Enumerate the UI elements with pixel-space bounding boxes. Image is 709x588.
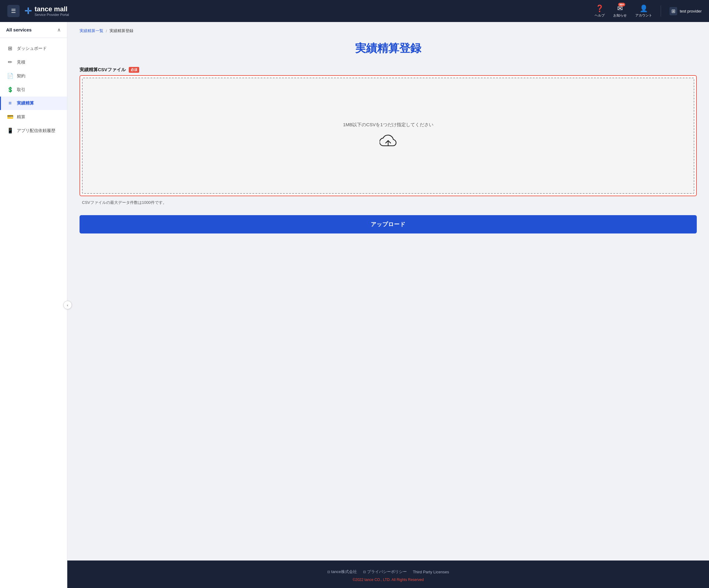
- breadcrumb-parent-link[interactable]: 実績精算一覧: [80, 28, 103, 34]
- breadcrumb: 実績精算一覧 / 実績精算登録: [80, 28, 697, 34]
- upload-dropzone[interactable]: 1MB以下のCSVを1つだけ指定してください: [82, 78, 694, 194]
- page-title: 実績精算登録: [80, 41, 697, 56]
- sidebar-title: All services: [6, 27, 31, 32]
- account-label: アカウント: [635, 13, 652, 18]
- notifications-label: お知らせ: [613, 13, 627, 18]
- upload-outer-border: 1MB以下のCSVを1つだけ指定してください: [80, 75, 697, 196]
- notifications-icon: ✉ 99+: [617, 5, 623, 12]
- footer: ⊡ tance株式会社 ⊡ プライバシーポリシー Third Party Lic…: [67, 560, 709, 588]
- required-badge: 必須: [129, 67, 139, 73]
- breadcrumb-separator: /: [106, 29, 107, 33]
- upload-cloud-icon: [379, 134, 397, 150]
- sidebar-nav: ⊞ ダッシュボード ✏ 見積 📄 契約 💲 取引 ≡ 実績精算 💳 精算: [0, 38, 67, 141]
- provider-info: ⊞ test provider: [669, 7, 702, 15]
- notifications-button[interactable]: ✉ 99+ お知らせ: [613, 5, 627, 18]
- transaction-icon: 💲: [7, 86, 13, 93]
- sidebar-collapse-button[interactable]: ∧: [57, 27, 61, 33]
- sidebar-item-app-delivery[interactable]: 📱 アプリ配信依頼履歴: [0, 124, 67, 138]
- dashboard-icon: ⊞: [7, 45, 13, 52]
- logo: ✛ tance mall Service Provider Portal: [24, 5, 69, 17]
- sidebar: All services ∧ ‹ ⊞ ダッシュボード ✏ 見積 📄 契約 💲 取…: [0, 22, 67, 588]
- footer-privacy-icon: ⊡: [363, 570, 366, 574]
- sidebar-item-contract[interactable]: 📄 契約: [0, 69, 67, 83]
- help-icon: ❓: [596, 5, 604, 12]
- provider-grid-icon: ⊞: [669, 7, 677, 15]
- upload-note: CSVファイルの最大データ件数は1000件です。: [80, 199, 697, 206]
- logo-icon: ✛: [24, 6, 31, 16]
- main-content: 実績精算一覧 / 実績精算登録 実績精算登録 実績精算CSVファイル 必須 1M…: [67, 22, 709, 588]
- sidebar-item-settlement[interactable]: 💳 精算: [0, 110, 67, 124]
- sidebar-item-dashboard-label: ダッシュボード: [17, 46, 47, 51]
- footer-copyright: ©2022 tance CO., LTD. All Rights Reserve…: [73, 578, 703, 582]
- footer-company-icon: ⊡: [327, 570, 330, 574]
- header: ☰ ✛ tance mall Service Provider Portal ❓…: [0, 0, 709, 22]
- contract-icon: 📄: [7, 73, 13, 79]
- sidebar-item-estimate-label: 見積: [17, 60, 25, 65]
- help-button[interactable]: ❓ ヘルプ: [595, 5, 605, 18]
- sidebar-item-transaction-label: 取引: [17, 87, 25, 92]
- upload-form-section: 実績精算CSVファイル 必須 1MB以下のCSVを1つだけ指定してください: [80, 67, 697, 206]
- notifications-badge: 99+: [618, 3, 625, 6]
- account-button[interactable]: 👤 アカウント: [635, 5, 652, 18]
- logo-subtitle: Service Provider Portal: [34, 13, 69, 17]
- field-label: 実績精算CSVファイル: [80, 67, 126, 73]
- sidebar-item-settlement-label: 精算: [17, 114, 25, 120]
- sidebar-item-contract-label: 契約: [17, 73, 25, 79]
- footer-company-label: tance株式会社: [331, 569, 357, 575]
- sidebar-item-app-delivery-label: アプリ配信依頼履歴: [17, 128, 55, 134]
- sidebar-item-performance[interactable]: ≡ 実績精算: [0, 96, 67, 110]
- sidebar-item-transaction[interactable]: 💲 取引: [0, 83, 67, 96]
- sidebar-item-estimate[interactable]: ✏ 見積: [0, 55, 67, 69]
- sidebar-toggle-button[interactable]: ‹: [63, 301, 72, 309]
- provider-name: test provider: [680, 9, 702, 13]
- cloud-upload-svg: [379, 134, 397, 147]
- upload-button[interactable]: アップロード: [80, 215, 697, 233]
- upload-button-row: アップロード: [80, 215, 697, 233]
- app-delivery-icon: 📱: [7, 128, 13, 134]
- footer-links: ⊡ tance株式会社 ⊡ プライバシーポリシー Third Party Lic…: [73, 569, 703, 575]
- footer-company-link[interactable]: ⊡ tance株式会社: [327, 569, 357, 575]
- sidebar-item-dashboard[interactable]: ⊞ ダッシュボード: [0, 41, 67, 55]
- sidebar-collapse-icon: ∧: [57, 27, 61, 32]
- help-label: ヘルプ: [595, 13, 605, 18]
- hamburger-button[interactable]: ☰: [7, 5, 20, 17]
- settlement-icon: 💳: [7, 114, 13, 120]
- sidebar-item-performance-label: 実績精算: [17, 101, 34, 106]
- header-divider: [661, 5, 661, 17]
- performance-icon: ≡: [7, 100, 13, 106]
- logo-main-text: tance mall: [34, 5, 69, 13]
- account-icon: 👤: [639, 5, 648, 12]
- upload-hint-text: 1MB以下のCSVを1つだけ指定してください: [343, 122, 433, 128]
- hamburger-icon: ☰: [11, 8, 16, 15]
- estimate-icon: ✏: [7, 59, 13, 65]
- breadcrumb-current: 実績精算登録: [109, 28, 133, 34]
- footer-third-party-label[interactable]: Third Party Licenses: [413, 570, 449, 574]
- footer-privacy-link[interactable]: ⊡ プライバシーポリシー: [363, 569, 407, 575]
- footer-privacy-label: プライバシーポリシー: [367, 569, 407, 575]
